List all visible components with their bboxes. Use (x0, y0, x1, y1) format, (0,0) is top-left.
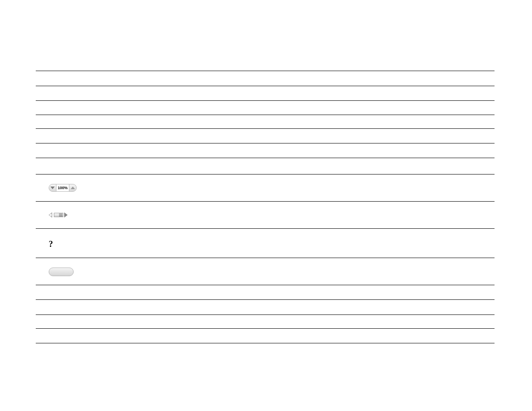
zoom-out-button[interactable] (49, 184, 56, 191)
row-9: ? (36, 229, 495, 258)
arrow-left-icon[interactable] (49, 212, 52, 218)
row-3 (36, 115, 495, 129)
row-13 (36, 315, 495, 329)
row-0 (36, 71, 495, 86)
row-6 (36, 158, 495, 174)
zoom-value[interactable]: 100% (56, 184, 69, 191)
row-14 (36, 329, 495, 343)
chevron-up-icon (71, 187, 75, 189)
row-4 (36, 129, 495, 143)
stepper-control[interactable] (49, 212, 68, 218)
arrow-right-icon[interactable] (64, 212, 68, 218)
row-11 (36, 285, 495, 300)
action-button[interactable] (49, 268, 74, 276)
zoom-control[interactable]: 100% (49, 184, 77, 192)
row-7: 100% (36, 174, 495, 202)
row-12 (36, 300, 495, 315)
row-8 (36, 202, 495, 229)
row-5 (36, 143, 495, 158)
help-icon[interactable]: ? (49, 239, 53, 249)
row-2 (36, 101, 495, 115)
row-1 (36, 86, 495, 101)
chevron-down-icon (50, 187, 55, 189)
stepper-track[interactable] (54, 213, 63, 217)
zoom-in-button[interactable] (69, 184, 76, 191)
row-10 (36, 258, 495, 285)
